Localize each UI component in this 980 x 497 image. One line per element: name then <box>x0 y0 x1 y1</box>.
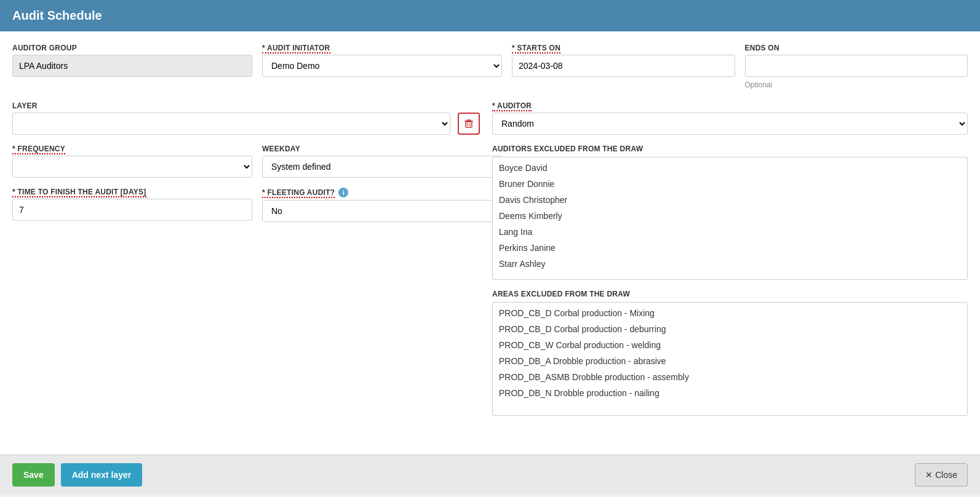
auditor-select[interactable]: Random <box>492 113 968 135</box>
list-item[interactable]: PROD_DB_ASMB Drobble production - assemb… <box>493 369 967 385</box>
ends-on-label: ENDS ON <box>745 44 968 52</box>
list-item[interactable]: Perkins Janine <box>493 240 967 256</box>
footer: Save Add next layer ✕ Close <box>0 455 980 494</box>
list-item[interactable]: PROD_DB_A Drobble production - abrasive <box>493 353 967 369</box>
list-item[interactable]: Boyce David <box>493 160 967 176</box>
areas-excluded-label: AREAS EXCLUDED FROM THE DRAW <box>492 290 968 298</box>
right-form: * AUDITOR Random AUDITORS EXCLUDED FROM … <box>492 101 968 416</box>
audit-initiator-field: * AUDIT INITIATOR Demo Demo <box>262 44 502 89</box>
starts-on-label: * STARTS ON <box>512 44 735 52</box>
ends-on-field: ENDS ON Optional <box>745 44 968 89</box>
list-item[interactable]: Deems Kimberly <box>493 208 967 224</box>
close-button[interactable]: ✕ Close <box>915 463 968 487</box>
page-title: Audit Schedule <box>12 9 102 22</box>
auditor-label: * AUDITOR <box>492 101 968 110</box>
areas-excluded-section: AREAS EXCLUDED FROM THE DRAW PROD_CB_D C… <box>492 290 968 416</box>
time-fleeting-row: * TIME TO FINISH THE AUDIT [DAYS] * FLEE… <box>12 188 480 222</box>
ends-on-input[interactable] <box>745 55 968 77</box>
middle-section: LAYER <box>12 101 968 416</box>
page-header: Audit Schedule <box>0 0 980 31</box>
add-next-layer-button[interactable]: Add next layer <box>61 463 142 487</box>
starts-on-field: * STARTS ON <box>512 44 735 89</box>
audit-initiator-label: * AUDIT INITIATOR <box>262 44 502 52</box>
list-item[interactable]: PROD_CB_D Corbal production - deburring <box>493 321 967 337</box>
layer-select[interactable] <box>12 113 450 135</box>
list-item[interactable]: PROD_CB_W Corbal production - welding <box>493 337 967 353</box>
auditor-group-input <box>12 55 252 77</box>
top-form-row: AUDITOR GROUP * AUDIT INITIATOR Demo Dem… <box>12 44 968 89</box>
time-to-finish-input[interactable] <box>12 199 252 221</box>
auditor-field: * AUDITOR Random <box>492 101 968 135</box>
fleeting-audit-label-wrap: * FLEETING AUDIT? i <box>262 188 502 197</box>
time-to-finish-label: * TIME TO FINISH THE AUDIT [DAYS] <box>12 188 252 196</box>
audit-initiator-select[interactable]: Demo Demo <box>262 55 502 77</box>
main-content: AUDITOR GROUP * AUDIT INITIATOR Demo Dem… <box>0 31 980 455</box>
ends-on-hint: Optional <box>745 81 968 89</box>
fleeting-audit-label: * FLEETING AUDIT? <box>262 188 335 197</box>
delete-layer-button[interactable] <box>458 113 480 135</box>
left-form: LAYER <box>12 101 480 416</box>
weekday-label: WEEKDAY <box>262 145 502 153</box>
weekday-field: WEEKDAY System defined <box>262 145 502 178</box>
list-item[interactable]: Starr Ashley <box>493 256 967 272</box>
svg-rect-0 <box>466 122 472 127</box>
auditors-excluded-label: AUDITORS EXCLUDED FROM THE DRAW <box>492 145 968 153</box>
frequency-weekday-row: * FREQUENCY WEEKDAY System defined <box>12 145 480 178</box>
list-item[interactable]: Davis Christopher <box>493 192 967 208</box>
auditor-group-label: AUDITOR GROUP <box>12 44 252 52</box>
fleeting-info-icon: i <box>338 188 348 197</box>
list-item[interactable]: PROD_DB_N Drobble production - nailing <box>493 385 967 401</box>
save-button[interactable]: Save <box>12 463 55 487</box>
areas-excluded-list[interactable]: PROD_CB_D Corbal production - Mixing PRO… <box>492 302 968 416</box>
auditor-group-field: AUDITOR GROUP <box>12 44 252 89</box>
layer-row: LAYER <box>12 101 480 135</box>
starts-on-input[interactable] <box>512 55 735 77</box>
weekday-select[interactable]: System defined <box>262 156 502 178</box>
layer-field: LAYER <box>12 101 450 135</box>
list-item[interactable]: PROD_CB_D Corbal production - Mixing <box>493 305 967 321</box>
list-item[interactable]: Lang Ina <box>493 224 967 240</box>
auditors-excluded-list[interactable]: Boyce David Bruner Donnie Davis Christop… <box>492 157 968 280</box>
svg-rect-2 <box>467 120 471 121</box>
time-to-finish-field: * TIME TO FINISH THE AUDIT [DAYS] <box>12 188 252 222</box>
frequency-select[interactable] <box>12 156 252 178</box>
frequency-field: * FREQUENCY <box>12 145 252 178</box>
frequency-label: * FREQUENCY <box>12 145 252 153</box>
trash-icon <box>464 119 474 129</box>
auditors-excluded-section: AUDITORS EXCLUDED FROM THE DRAW Boyce Da… <box>492 145 968 280</box>
fleeting-audit-select[interactable]: No Yes <box>262 200 502 222</box>
fleeting-audit-field: * FLEETING AUDIT? i No Yes <box>262 188 502 222</box>
layer-label: LAYER <box>12 101 450 110</box>
list-item[interactable]: Bruner Donnie <box>493 176 967 192</box>
